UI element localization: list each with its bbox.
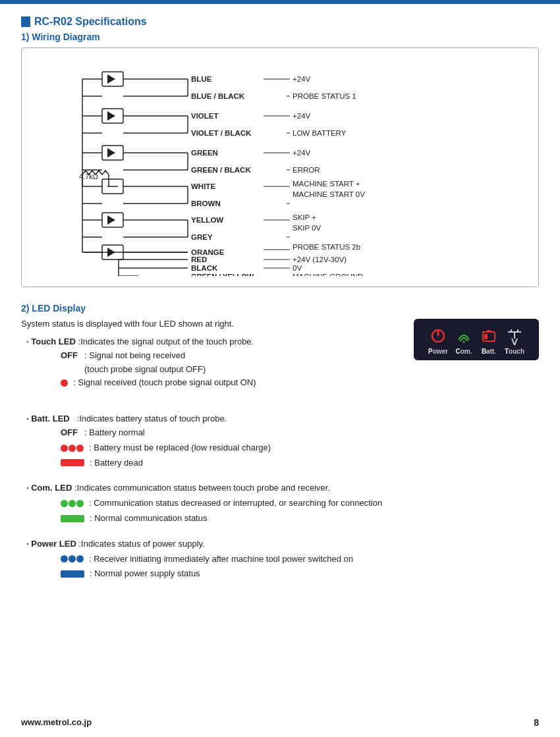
batt-dot1	[61, 445, 68, 452]
batt-dot3	[76, 445, 84, 452]
touch-on-row: : Signal received (touch probe signal ou…	[61, 376, 401, 390]
svg-text:SKIP +: SKIP +	[293, 213, 316, 221]
batt-off-row: OFF : Battery normal	[61, 426, 539, 440]
svg-marker-1	[107, 74, 115, 84]
batt-led-label: · Batt. LED	[26, 412, 70, 426]
svg-text:MACHINE START 0V: MACHINE START 0V	[293, 190, 365, 198]
svg-text:SKIP 0V: SKIP 0V	[293, 224, 322, 232]
wiring-diagram-box: 4.7kΩ	[21, 47, 539, 287]
touch-label: Touch	[505, 348, 524, 355]
led-icon-batt: Batt.	[480, 327, 498, 355]
svg-text:PROBE STATUS 1: PROBE STATUS 1	[293, 92, 356, 100]
touch-off-desc: : Signal not being received	[84, 349, 185, 363]
com-svg-icon	[455, 327, 473, 345]
led-icon-power: Power	[428, 327, 448, 355]
footer-url: www.metrol.co.jp	[21, 717, 92, 728]
subsection2-title: 2) LED Display	[21, 303, 539, 314]
power-ok-row: : Normal power supply status	[61, 567, 539, 581]
com-ok-bar	[61, 515, 84, 522]
com-warn-row: : Communication status decreased or inte…	[61, 497, 539, 510]
power-label: Power	[428, 348, 448, 355]
power-led-item: · Power LED : Indicates status of power …	[21, 537, 539, 581]
com-dot2	[69, 500, 76, 507]
svg-text:BLUE / BLACK: BLUE / BLACK	[191, 92, 245, 100]
svg-rect-97	[484, 334, 488, 339]
section-title: RC-R02 Specifications	[21, 16, 539, 28]
power-dot1	[61, 555, 68, 562]
svg-marker-32	[107, 215, 115, 225]
batt-led-title-row: · Batt. LED : Indicates battery status o…	[26, 412, 539, 426]
touch-led-label: · Touch LED	[26, 335, 76, 349]
touch-on-desc: : Signal received (touch probe signal ou…	[73, 376, 256, 390]
batt-led-item: · Batt. LED : Indicates battery status o…	[21, 412, 539, 470]
com-led-title-row: · Com. LED : Indicates communication sta…	[26, 481, 539, 495]
svg-text:+24V (12V-30V): +24V (12V-30V)	[293, 256, 347, 263]
touch-dot	[61, 379, 68, 387]
svg-text:BLACK: BLACK	[191, 264, 218, 272]
led-panel-icons: Power Com.	[420, 327, 532, 355]
svg-text:GREEN / BLACK: GREEN / BLACK	[191, 166, 251, 174]
touch-led-desc: Indicates the signal output of the touch…	[80, 335, 254, 349]
power-dot3	[76, 555, 84, 562]
com-led-item: · Com. LED : Indicates communication sta…	[21, 481, 539, 525]
batt-label: Batt.	[482, 348, 496, 355]
touch-off-label: OFF	[61, 349, 84, 363]
com-dot1	[61, 500, 68, 507]
power-ok-bar	[61, 570, 84, 578]
com-ok-row: : Normal communication status	[61, 512, 539, 526]
power-init-desc: : Receiver initiating immediately after …	[89, 553, 353, 566]
com-led-label: · Com. LED	[26, 481, 72, 495]
section-title-text: RC-R02 Specifications	[34, 16, 147, 28]
power-svg-icon	[429, 327, 447, 345]
com-warn-desc: : Communication status decreased or inte…	[89, 497, 382, 510]
led-intro: System status is displayed with four LED…	[21, 319, 401, 329]
touch-off-sub: (touch probe signal output OFF)	[84, 363, 206, 377]
svg-text:MACHINE START +: MACHINE START +	[293, 180, 360, 188]
batt-dead-bar	[61, 459, 84, 466]
com-led-desc: Indicates communication status between t…	[77, 481, 330, 495]
power-led-desc: Indicates status of power supply.	[81, 537, 205, 551]
power-ok-desc: : Normal power supply status	[90, 567, 200, 581]
power-led-colon: :	[76, 537, 81, 551]
com-led-colon: :	[72, 481, 76, 495]
svg-text:GREEN / YELLOW: GREEN / YELLOW	[191, 273, 254, 276]
touch-off-row: OFF : Signal not being received	[61, 349, 401, 363]
batt-off-desc: : Battery normal	[84, 426, 145, 440]
page-number: 8	[534, 717, 539, 728]
power-led-label: · Power LED	[26, 537, 76, 551]
led-panel: Power Com.	[414, 319, 539, 360]
led-display-row: System status is displayed with four LED…	[21, 319, 539, 402]
led-icon-com: Com.	[455, 327, 473, 355]
svg-text:PROBE STATUS 2b: PROBE STATUS 2b	[293, 243, 360, 251]
power-led-title-row: · Power LED : Indicates status of power …	[26, 537, 539, 551]
url-suffix: .co.jp	[69, 717, 92, 727]
touch-off-sub-row: (touch probe signal output OFF)	[84, 363, 401, 377]
svg-text:ERROR: ERROR	[293, 166, 320, 174]
svg-text:YELLOW: YELLOW	[191, 216, 223, 224]
svg-marker-15	[107, 148, 115, 157]
svg-marker-8	[107, 111, 115, 121]
svg-text:BROWN: BROWN	[191, 200, 221, 207]
url-prefix: www.	[21, 717, 43, 727]
url-brand-link[interactable]: metrol	[43, 717, 69, 727]
svg-text:LOW BATTERY: LOW BATTERY	[293, 129, 347, 137]
power-init-row: : Receiver initiating immediately after …	[61, 553, 539, 566]
svg-point-94	[463, 341, 465, 343]
svg-text:+24V: +24V	[293, 149, 311, 157]
svg-text:VIOLET: VIOLET	[191, 112, 219, 120]
batt-led-desc: Indicates battery status of touch probe.	[79, 412, 227, 426]
power-dot2	[69, 555, 76, 562]
led-icon-touch: Touch	[505, 327, 524, 355]
wiring-svg: 4.7kΩ	[35, 59, 525, 276]
touch-svg-icon	[505, 327, 524, 345]
svg-text:BLUE: BLUE	[191, 75, 212, 83]
svg-text:GREEN: GREEN	[191, 149, 218, 157]
url-brand: metrol	[43, 717, 69, 727]
touch-led-title-row: · Touch LED : Indicates the signal outpu…	[26, 335, 401, 349]
touch-led-item: · Touch LED : Indicates the signal outpu…	[21, 335, 401, 390]
footer: www.metrol.co.jp 8	[0, 717, 560, 728]
batt-warn-row: : Battery must be replaced (low residual…	[61, 441, 539, 455]
batt-svg-icon	[480, 327, 498, 345]
svg-rect-96	[487, 330, 491, 332]
svg-text:+24V: +24V	[293, 112, 311, 120]
